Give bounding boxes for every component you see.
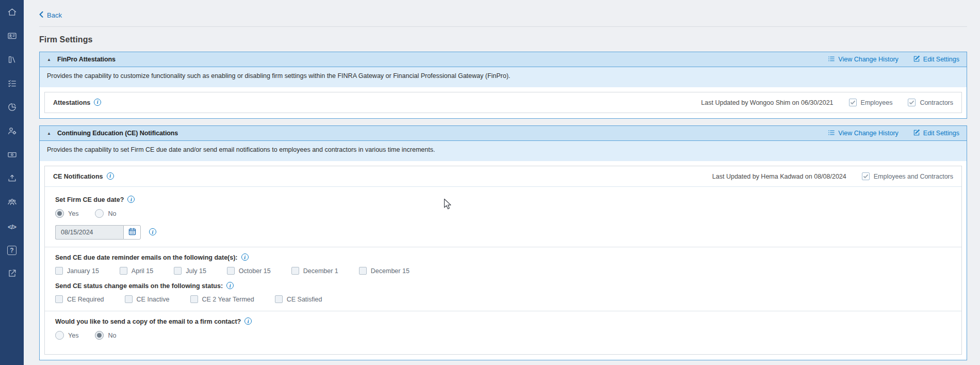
collapse-caret-icon[interactable]: ▲ [47,57,51,62]
view-change-history-link[interactable]: View Change History [828,55,899,64]
due-date-input[interactable] [55,225,123,240]
view-change-history-label: View Change History [838,130,899,137]
form-divider [45,247,961,247]
back-link[interactable]: Back [39,11,62,19]
checkbox-label: CE Required [67,296,104,303]
sidebar-item-api[interactable]: </> [0,215,24,239]
last-updated-text: Last Updated by Wongoo Shim on 06/30/202… [701,99,833,106]
ce-2-year-termed-checkbox[interactable]: CE 2 Year Termed [190,295,254,303]
checkbox-label: January 15 [67,267,99,275]
checkbox-label: October 15 [239,267,271,275]
december-1-checkbox[interactable]: December 1 [291,267,338,275]
user-settings-icon [7,126,17,138]
checkbox-label: July 15 [186,267,206,275]
sidebar-item-help[interactable]: ? [0,239,24,262]
due-date-yes-radio[interactable]: Yes [55,209,78,218]
ce-required-checkbox[interactable]: CE Required [55,295,104,303]
last-updated-text: Last Updated by Hema Kadwad on 08/08/202… [712,173,846,180]
sidebar-item-reports[interactable] [0,96,24,120]
external-link-icon [7,268,17,280]
checkbox-label: CE Inactive [137,296,170,303]
list-icon [828,55,835,64]
section-finpro-attestations: ▲ FinPro Attestations View Change Histor… [39,52,967,119]
view-change-history-link[interactable]: View Change History [828,129,899,138]
home-icon [7,7,17,19]
info-icon[interactable]: i [244,318,252,325]
reminder-question-label: Send CE due date reminder emails on the … [55,254,238,261]
section-title: Continuing Education (CE) Notifications [57,130,178,137]
header-divider [39,26,967,27]
view-change-history-label: View Change History [838,56,899,63]
pie-chart-icon [7,102,17,114]
checkbox-label: CE 2 Year Termed [202,296,254,303]
checkbox-icon [55,267,63,275]
employees-contractors-checkbox[interactable]: Employees and Contractors [862,172,953,180]
app-sidebar: </> ? [0,0,24,365]
edit-icon [913,55,920,64]
collapse-caret-icon[interactable]: ▲ [47,131,51,136]
april-15-checkbox[interactable]: April 15 [120,267,153,275]
october-15-checkbox[interactable]: October 15 [227,267,271,275]
info-icon[interactable]: i [127,196,135,203]
radio-icon [95,209,104,218]
sidebar-item-people[interactable] [0,191,24,215]
copy-email-yes-radio[interactable]: Yes [55,331,78,340]
form-divider [45,311,961,311]
sidebar-item-external[interactable] [0,262,24,286]
sidebar-item-filings[interactable] [0,167,24,191]
due-date-field [55,225,141,240]
july-15-checkbox[interactable]: July 15 [174,267,206,275]
section-header-ce[interactable]: ▲ Continuing Education (CE) Notification… [40,126,967,141]
calendar-button[interactable] [123,225,141,240]
checkbox-icon [227,267,235,275]
info-icon[interactable]: i [149,228,156,235]
checkbox-label: CE Satisfied [287,296,322,303]
checkbox-label: Employees [861,99,893,106]
ce-settings-form: Set Firm CE due date? i Yes No [45,187,961,354]
employees-checkbox[interactable]: Employees [849,99,893,106]
checkbox-icon [55,295,63,303]
checkbox-label: Employees and Contractors [874,173,953,180]
checkbox-label: December 15 [371,267,410,275]
help-icon: ? [7,246,17,255]
december-15-checkbox[interactable]: December 15 [359,267,410,275]
id-card-icon [7,31,17,43]
section-description: Provides the capability to set Firm CE d… [40,141,967,161]
sidebar-item-library[interactable] [0,49,24,72]
info-icon[interactable]: i [226,282,234,289]
radio-icon [55,331,64,340]
edit-settings-label: Edit Settings [923,130,959,137]
checkbox-label: Contractors [920,99,953,106]
ce-inactive-checkbox[interactable]: CE Inactive [125,295,170,303]
people-group-icon [7,197,17,209]
sidebar-item-profile[interactable] [0,25,24,49]
sidebar-item-tasks[interactable] [0,72,24,96]
checkbox-icon [862,172,870,180]
code-icon: </> [8,223,16,231]
info-icon[interactable]: i [94,99,101,106]
january-15-checkbox[interactable]: January 15 [55,267,99,275]
ce-row-title: CE Notifications [53,173,103,180]
edit-settings-link[interactable]: Edit Settings [913,129,959,138]
attestations-row-title: Attestations [53,99,90,106]
section-header-finpro[interactable]: ▲ FinPro Attestations View Change Histor… [40,52,967,67]
due-date-no-radio[interactable]: No [95,209,116,218]
copy-email-no-radio[interactable]: No [95,331,116,340]
copy-email-radio-group: Yes No [55,331,951,340]
edit-settings-link[interactable]: Edit Settings [913,55,959,64]
sidebar-item-payments[interactable] [0,144,24,167]
contractors-checkbox[interactable]: Contractors [908,99,953,106]
sidebar-item-user-admin[interactable] [0,120,24,144]
checkbox-icon [908,99,916,106]
checkbox-icon [174,267,182,275]
checkbox-label: April 15 [132,267,153,275]
info-icon[interactable]: i [241,253,249,261]
ce-satisfied-checkbox[interactable]: CE Satisfied [275,295,322,303]
checkbox-icon [291,267,299,275]
sidebar-item-home[interactable] [0,1,24,25]
edit-settings-label: Edit Settings [923,56,959,63]
main-content: Back Firm Settings ▲ FinPro Attestations… [24,0,980,360]
checkbox-icon [190,295,198,303]
info-icon[interactable]: i [107,172,114,180]
page-title: Firm Settings [39,35,967,44]
